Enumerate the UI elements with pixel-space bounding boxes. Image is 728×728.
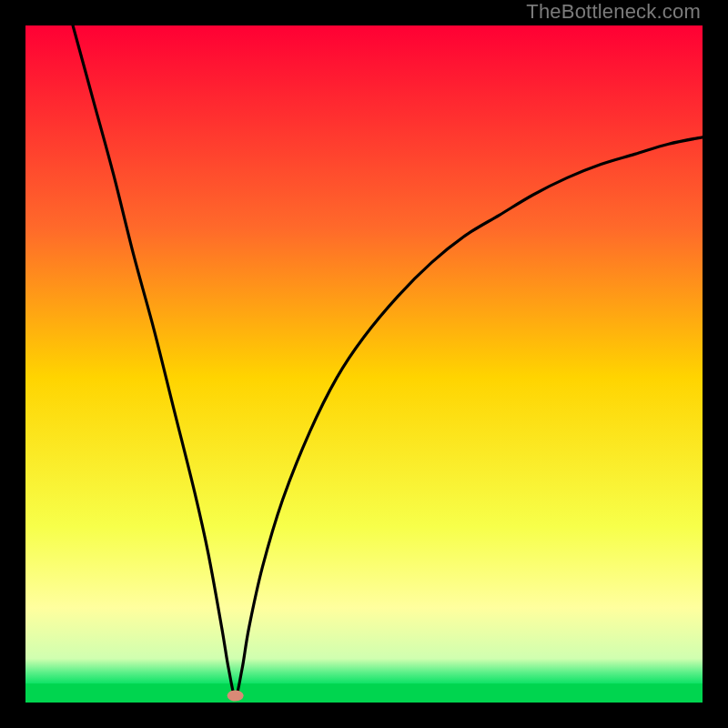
- bottleneck-chart: [25, 25, 703, 703]
- chart-container: TheBottleneck.com: [0, 0, 728, 728]
- plot-area: [25, 25, 703, 703]
- optimal-marker: [228, 691, 244, 702]
- watermark-text: TheBottleneck.com: [526, 0, 701, 24]
- gradient-background: [25, 25, 703, 703]
- green-band: [25, 683, 703, 703]
